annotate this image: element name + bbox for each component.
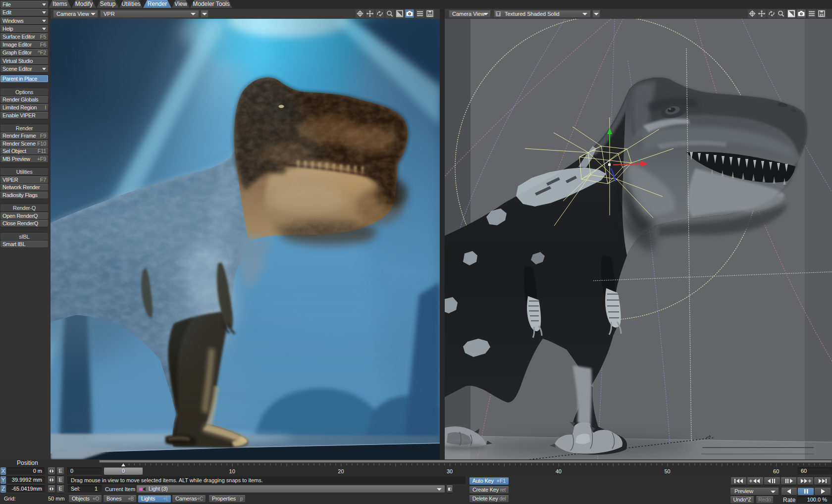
- svg-text:40: 40: [556, 468, 562, 474]
- svg-text:60: 60: [773, 468, 779, 474]
- svg-text:20: 20: [338, 468, 344, 474]
- svg-text:10: 10: [229, 468, 235, 474]
- svg-text:50: 50: [664, 468, 670, 474]
- svg-text:30: 30: [447, 468, 453, 474]
